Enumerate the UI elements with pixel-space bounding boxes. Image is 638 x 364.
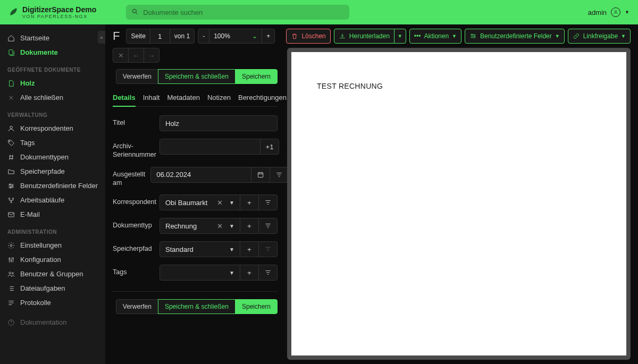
sidebar-collapse-button[interactable]: « [98, 31, 105, 44]
preview-page: TEST RECHNUNG [291, 52, 626, 355]
mail-icon [7, 211, 15, 218]
delete-button[interactable]: Löschen [286, 29, 330, 44]
sidebar-section-admin: ADMINISTRATION [0, 222, 105, 238]
date-input[interactable] [150, 167, 251, 183]
sidebar-item-email[interactable]: E-Mail [0, 207, 105, 222]
dokumenttyp-select[interactable]: Rechnung ✕ ▼ [160, 218, 240, 234]
sidebar-item-dokumenttypen[interactable]: Dokumenttypen [0, 150, 105, 164]
download-dropdown[interactable]: ▼ [394, 29, 406, 44]
svg-point-1 [615, 11, 616, 12]
dokumenttyp-add-button[interactable]: + [240, 218, 259, 234]
dokumenttyp-label: Dokumenttyp [113, 218, 154, 230]
tab-berechtigungen[interactable]: Berechtigungen [238, 91, 287, 106]
sidebar-item-tags[interactable]: Tags [0, 136, 105, 150]
date-picker-button[interactable] [251, 167, 270, 183]
zoom-select[interactable]: 100%⌄ [209, 29, 262, 44]
korrespondent-filter-button[interactable] [258, 194, 278, 210]
custom-fields-label: Benutzerdefinierte Felder [480, 32, 552, 40]
dots-icon: ••• [414, 32, 421, 40]
user-menu[interactable]: admin ▼ [588, 7, 629, 17]
titel-label: Titel [113, 115, 154, 127]
svg-point-10 [11, 201, 12, 202]
korrespondent-select[interactable]: Obi Baumarkt ✕ ▼ [160, 194, 240, 210]
korrespondent-add-button[interactable]: + [240, 194, 259, 210]
sidebar-item-workflows[interactable]: Arbeitsabläufe [0, 193, 105, 207]
speicherpfad-label: Speicherpfad [113, 241, 154, 253]
date-filter-button[interactable] [270, 167, 289, 183]
titel-input[interactable] [160, 115, 278, 131]
sidebar-item-dokumente[interactable]: Dokumente [0, 45, 105, 60]
dokumenttyp-filter-button[interactable] [258, 218, 278, 234]
zoom-out-button[interactable]: - [198, 29, 209, 44]
main-content: F Seite von 1 - 100%⌄ + Löschen Herunter… [105, 24, 638, 364]
history-forward-button[interactable]: → [144, 48, 160, 63]
sidebar-item-startseite[interactable]: Startseite [0, 31, 105, 45]
adjust-icon [7, 256, 15, 264]
history-close-button[interactable]: ✕ [113, 48, 129, 63]
save-close-button-bottom[interactable]: Speichern & schließen [158, 299, 236, 314]
sidebar-item-korrespondenten[interactable]: Korrespondenten [0, 121, 105, 136]
chevron-down-icon: ▼ [228, 270, 236, 276]
tab-inhalt[interactable]: Inhalt [143, 91, 160, 106]
sidebar-item-dokumentation[interactable]: Dokumentation [0, 315, 105, 329]
clear-icon[interactable]: ✕ [215, 222, 225, 230]
sidebar-item-custom-fields[interactable]: Benutzerdefinierte Felder [0, 179, 105, 193]
save-button-top[interactable]: Speichern [235, 69, 278, 84]
discard-button-top[interactable]: Verwerfen [116, 69, 158, 84]
sliders-icon [7, 182, 15, 190]
tags-add-button[interactable]: + [240, 265, 259, 281]
document-preview[interactable]: TEST RECHNUNG [287, 48, 631, 360]
global-search[interactable] [126, 5, 349, 20]
documents-icon [7, 49, 15, 56]
dokumenttyp-value: Rechnung [165, 222, 197, 230]
history-back-button[interactable]: ← [128, 48, 144, 63]
asn-plus-one-button[interactable]: +1 [260, 139, 279, 155]
sidebar-close-all[interactable]: Alle schließen [0, 90, 105, 105]
discard-button-bottom[interactable]: Verwerfen [116, 299, 158, 314]
sidebar-item-konfiguration[interactable]: Konfiguration [0, 252, 105, 267]
sidebar-item-users-groups[interactable]: Benutzer & Gruppen [0, 267, 105, 281]
sidebar-item-file-tasks[interactable]: Dateiaufgaben [0, 281, 105, 295]
asn-label: Archiv-Seriennummer [113, 139, 154, 159]
download-button[interactable]: Herunterladen [334, 29, 394, 44]
zoom-value: 100% [214, 32, 230, 40]
app-subtitle: VON PAPERLESS-NGX [22, 14, 96, 19]
svg-rect-21 [258, 172, 263, 177]
link-share-button[interactable]: Linkfreigabe▼ [568, 29, 631, 44]
svg-point-16 [9, 272, 11, 274]
asn-input[interactable] [160, 139, 261, 155]
speicherpfad-add-button[interactable]: + [240, 241, 259, 257]
clear-icon[interactable]: ✕ [215, 199, 225, 207]
speicherpfad-filter-button[interactable] [258, 241, 278, 257]
sidebar-section-verwaltung: VERWALTUNG [0, 105, 105, 121]
page-label: Seite [126, 29, 150, 44]
custom-fields-button[interactable]: Benutzerdefinierte Felder▼ [465, 29, 565, 44]
actions-button[interactable]: •••Aktionen▼ [409, 29, 461, 44]
sidebar-item-logs[interactable]: Protokolle [0, 295, 105, 310]
delete-label: Löschen [301, 32, 325, 40]
sidebar-item-speicherpfade[interactable]: Speicherpfade [0, 164, 105, 179]
svg-rect-2 [9, 49, 13, 54]
sidebar-open-doc-holz[interactable]: Holz [0, 76, 105, 90]
tags-select[interactable]: ▼ [160, 265, 240, 281]
svg-rect-11 [9, 212, 14, 216]
save-close-button-top[interactable]: Speichern & schließen [158, 69, 236, 84]
chevron-down-icon: ▼ [228, 223, 236, 229]
zoom-in-button[interactable]: + [262, 29, 275, 44]
tab-metadaten[interactable]: Metadaten [167, 91, 199, 106]
tab-details[interactable]: Details [113, 91, 136, 107]
user-name: admin [588, 9, 607, 16]
tab-notizen[interactable]: Notizen [207, 91, 231, 106]
sidebar-item-label: Dokumenttypen [20, 153, 69, 161]
sidebar-item-label: E-Mail [20, 210, 40, 218]
save-button-bottom[interactable]: Speichern [235, 299, 278, 314]
sidebar-item-label: Dokumente [20, 48, 58, 56]
leaf-icon [9, 7, 18, 18]
search-input[interactable] [143, 9, 344, 16]
sidebar-item-label: Dateiaufgaben [20, 284, 65, 292]
page-input[interactable] [150, 29, 170, 44]
sidebar-item-label: Startseite [20, 34, 49, 42]
sidebar-item-einstellungen[interactable]: Einstellungen [0, 238, 105, 252]
tags-filter-button[interactable] [258, 265, 278, 281]
speicherpfad-select[interactable]: Standard ▼ [160, 241, 240, 257]
